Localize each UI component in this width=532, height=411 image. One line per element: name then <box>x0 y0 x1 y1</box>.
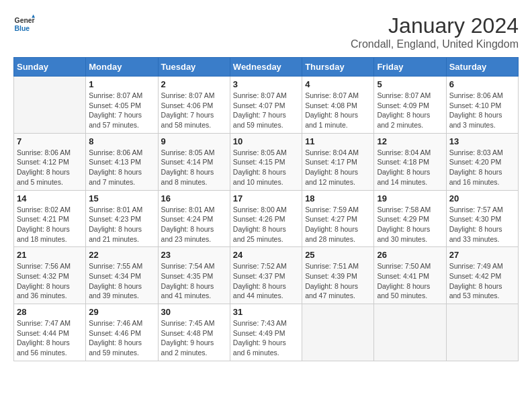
day-info: Sunrise: 8:06 AM Sunset: 4:12 PM Dayligh… <box>17 148 83 187</box>
day-number: 12 <box>377 136 443 146</box>
day-info: Sunrise: 7:57 AM Sunset: 4:30 PM Dayligh… <box>449 205 515 244</box>
header-day-sunday: Sunday <box>14 58 86 77</box>
day-number: 11 <box>305 136 371 146</box>
calendar-cell: 18Sunrise: 7:59 AM Sunset: 4:27 PM Dayli… <box>302 190 374 247</box>
day-number: 5 <box>377 79 443 89</box>
day-number: 7 <box>17 136 83 146</box>
day-number: 13 <box>449 136 515 146</box>
calendar-cell <box>446 304 518 361</box>
day-number: 4 <box>305 79 371 89</box>
day-number: 26 <box>377 250 443 260</box>
day-info: Sunrise: 7:49 AM Sunset: 4:42 PM Dayligh… <box>449 261 515 301</box>
calendar-cell: 25Sunrise: 7:51 AM Sunset: 4:39 PM Dayli… <box>302 247 374 304</box>
header-day-friday: Friday <box>374 58 446 77</box>
calendar-cell: 28Sunrise: 7:47 AM Sunset: 4:44 PM Dayli… <box>14 304 86 361</box>
day-number: 22 <box>89 250 154 260</box>
day-number: 30 <box>161 307 227 317</box>
calendar-cell: 3Sunrise: 8:07 AM Sunset: 4:07 PM Daylig… <box>230 77 302 134</box>
calendar-cell: 8Sunrise: 8:06 AM Sunset: 4:13 PM Daylig… <box>86 133 158 190</box>
title-block: January 2024 Crondall, England, United K… <box>351 13 519 50</box>
calendar-cell: 21Sunrise: 7:56 AM Sunset: 4:32 PM Dayli… <box>14 247 86 304</box>
day-number: 3 <box>233 79 299 89</box>
calendar-cell: 22Sunrise: 7:55 AM Sunset: 4:34 PM Dayli… <box>86 247 158 304</box>
day-number: 24 <box>233 250 299 260</box>
day-number: 6 <box>449 79 515 89</box>
day-number: 8 <box>89 136 154 146</box>
day-number: 2 <box>161 79 227 89</box>
day-info: Sunrise: 7:55 AM Sunset: 4:34 PM Dayligh… <box>89 261 154 301</box>
day-info: Sunrise: 7:59 AM Sunset: 4:27 PM Dayligh… <box>305 205 371 244</box>
header-day-thursday: Thursday <box>302 58 374 77</box>
day-info: Sunrise: 8:03 AM Sunset: 4:20 PM Dayligh… <box>449 148 515 187</box>
page-title: January 2024 <box>351 13 519 38</box>
header-day-wednesday: Wednesday <box>230 58 302 77</box>
calendar-cell: 17Sunrise: 8:00 AM Sunset: 4:26 PM Dayli… <box>230 190 302 247</box>
calendar-cell: 4Sunrise: 8:07 AM Sunset: 4:08 PM Daylig… <box>302 77 374 134</box>
calendar-cell: 15Sunrise: 8:01 AM Sunset: 4:23 PM Dayli… <box>86 190 158 247</box>
day-info: Sunrise: 7:54 AM Sunset: 4:35 PM Dayligh… <box>161 261 227 301</box>
logo-icon: General Blue <box>13 13 35 35</box>
day-info: Sunrise: 8:07 AM Sunset: 4:05 PM Dayligh… <box>89 91 154 130</box>
day-info: Sunrise: 8:00 AM Sunset: 4:26 PM Dayligh… <box>233 205 299 244</box>
svg-marker-2 <box>32 15 35 18</box>
day-info: Sunrise: 8:07 AM Sunset: 4:08 PM Dayligh… <box>305 91 371 130</box>
day-number: 17 <box>233 193 299 203</box>
day-info: Sunrise: 8:07 AM Sunset: 4:07 PM Dayligh… <box>233 91 299 130</box>
calendar-header: SundayMondayTuesdayWednesdayThursdayFrid… <box>14 58 519 77</box>
calendar-cell: 31Sunrise: 7:43 AM Sunset: 4:49 PM Dayli… <box>230 304 302 361</box>
calendar-table: SundayMondayTuesdayWednesdayThursdayFrid… <box>13 57 519 361</box>
page-header: General Blue January 2024 Crondall, Engl… <box>13 13 519 50</box>
calendar-cell: 19Sunrise: 7:58 AM Sunset: 4:29 PM Dayli… <box>374 190 446 247</box>
day-number: 14 <box>17 193 83 203</box>
day-number: 15 <box>89 193 154 203</box>
day-number: 16 <box>161 193 227 203</box>
calendar-cell: 12Sunrise: 8:04 AM Sunset: 4:18 PM Dayli… <box>374 133 446 190</box>
day-info: Sunrise: 7:47 AM Sunset: 4:44 PM Dayligh… <box>17 318 83 358</box>
calendar-cell: 30Sunrise: 7:45 AM Sunset: 4:48 PM Dayli… <box>158 304 230 361</box>
day-number: 18 <box>305 193 371 203</box>
day-number: 19 <box>377 193 443 203</box>
day-info: Sunrise: 8:04 AM Sunset: 4:17 PM Dayligh… <box>305 148 371 187</box>
week-row-2: 14Sunrise: 8:02 AM Sunset: 4:21 PM Dayli… <box>14 190 519 247</box>
calendar-cell: 20Sunrise: 7:57 AM Sunset: 4:30 PM Dayli… <box>446 190 518 247</box>
day-info: Sunrise: 7:51 AM Sunset: 4:39 PM Dayligh… <box>305 261 371 301</box>
page-subtitle: Crondall, England, United Kingdom <box>351 38 519 50</box>
day-info: Sunrise: 8:02 AM Sunset: 4:21 PM Dayligh… <box>17 205 83 244</box>
calendar-body: 1Sunrise: 8:07 AM Sunset: 4:05 PM Daylig… <box>14 77 519 361</box>
calendar-cell: 24Sunrise: 7:52 AM Sunset: 4:37 PM Dayli… <box>230 247 302 304</box>
day-info: Sunrise: 8:01 AM Sunset: 4:24 PM Dayligh… <box>161 205 227 244</box>
day-number: 20 <box>449 193 515 203</box>
calendar-cell: 2Sunrise: 8:07 AM Sunset: 4:06 PM Daylig… <box>158 77 230 134</box>
svg-text:General: General <box>15 17 35 24</box>
day-info: Sunrise: 8:07 AM Sunset: 4:06 PM Dayligh… <box>161 91 227 130</box>
header-day-monday: Monday <box>86 58 158 77</box>
week-row-4: 28Sunrise: 7:47 AM Sunset: 4:44 PM Dayli… <box>14 304 519 361</box>
day-info: Sunrise: 7:52 AM Sunset: 4:37 PM Dayligh… <box>233 261 299 301</box>
calendar-cell <box>374 304 446 361</box>
day-info: Sunrise: 8:01 AM Sunset: 4:23 PM Dayligh… <box>89 205 154 244</box>
day-info: Sunrise: 7:45 AM Sunset: 4:48 PM Dayligh… <box>161 318 227 358</box>
calendar-cell: 14Sunrise: 8:02 AM Sunset: 4:21 PM Dayli… <box>14 190 86 247</box>
day-info: Sunrise: 8:04 AM Sunset: 4:18 PM Dayligh… <box>377 148 443 187</box>
week-row-3: 21Sunrise: 7:56 AM Sunset: 4:32 PM Dayli… <box>14 247 519 304</box>
calendar-cell <box>302 304 374 361</box>
calendar-cell: 11Sunrise: 8:04 AM Sunset: 4:17 PM Dayli… <box>302 133 374 190</box>
logo: General Blue <box>13 13 35 35</box>
calendar-cell: 10Sunrise: 8:05 AM Sunset: 4:15 PM Dayli… <box>230 133 302 190</box>
week-row-1: 7Sunrise: 8:06 AM Sunset: 4:12 PM Daylig… <box>14 133 519 190</box>
calendar-cell <box>14 77 86 134</box>
calendar-cell: 27Sunrise: 7:49 AM Sunset: 4:42 PM Dayli… <box>446 247 518 304</box>
day-info: Sunrise: 7:50 AM Sunset: 4:41 PM Dayligh… <box>377 261 443 301</box>
day-number: 10 <box>233 136 299 146</box>
day-number: 28 <box>17 307 83 317</box>
day-number: 9 <box>161 136 227 146</box>
calendar-cell: 29Sunrise: 7:46 AM Sunset: 4:46 PM Dayli… <box>86 304 158 361</box>
calendar-cell: 13Sunrise: 8:03 AM Sunset: 4:20 PM Dayli… <box>446 133 518 190</box>
day-info: Sunrise: 8:07 AM Sunset: 4:09 PM Dayligh… <box>377 91 443 130</box>
day-number: 1 <box>89 79 154 89</box>
day-info: Sunrise: 7:46 AM Sunset: 4:46 PM Dayligh… <box>89 318 154 358</box>
day-number: 29 <box>89 307 154 317</box>
day-info: Sunrise: 8:06 AM Sunset: 4:10 PM Dayligh… <box>449 91 515 130</box>
calendar-cell: 1Sunrise: 8:07 AM Sunset: 4:05 PM Daylig… <box>86 77 158 134</box>
day-info: Sunrise: 8:06 AM Sunset: 4:13 PM Dayligh… <box>89 148 154 187</box>
